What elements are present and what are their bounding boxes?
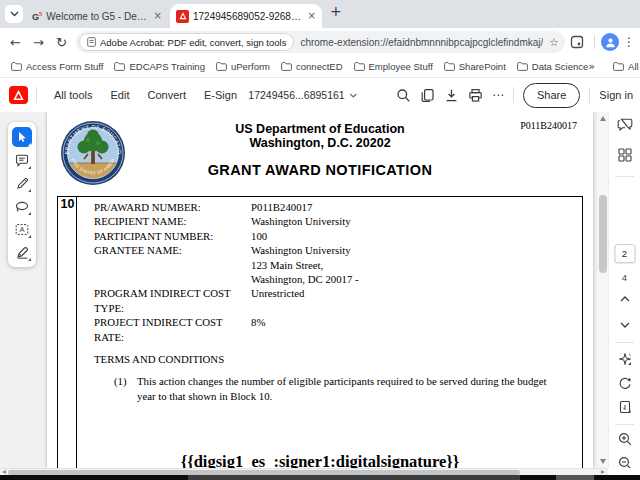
terms-item-number: (1) [114,374,137,403]
horizontal-scrollbar[interactable] [0,468,608,475]
submenu-corner [28,235,31,238]
bookmark-label: EDCAPS Training [129,61,205,72]
chip-label: Adobe Acrobat: PDF edit, convert, sign t… [100,37,286,48]
rail-divider [615,424,634,425]
document-name: 17249456...6895161 [248,89,344,101]
field-label: PROGRAM INDIRECT COST TYPE: [94,286,251,315]
menu-edit[interactable]: Edit [111,89,130,101]
vertical-scrollbar-thumb[interactable] [599,195,607,273]
g5-favicon: G5 [32,11,42,22]
scroll-left-arrow[interactable] [2,470,6,474]
tab-g5-welcome[interactable]: G5 Welcome to G5 - Department o × [26,4,168,28]
folder-icon [517,62,528,71]
bookmark-item[interactable]: SharePoint [444,61,506,72]
reload-button[interactable]: ↻ [50,35,73,50]
zoom-out-button[interactable] [618,456,632,468]
chevron-down-icon [10,11,19,17]
page-thumbnails-button[interactable] [618,148,632,162]
bookmark-label: Access Form Stuff [26,61,103,72]
field-row: PROGRAM INDIRECT COST TYPE:Unrestricted [94,286,574,315]
field-value: Washington, DC 20017 - [251,272,574,286]
bookmark-item[interactable]: EDCAPS Training [114,61,205,72]
all-bookmarks-label: All Bookmarks [628,61,640,72]
field-label: PROJECT INDIRECT COST RATE: [94,315,251,344]
fill-sign-tool-button[interactable] [12,242,32,262]
rotate-page-button[interactable] [618,376,632,390]
download-button[interactable] [444,88,459,103]
bookmark-item[interactable]: Employee Stuff [354,61,433,72]
close-tab-icon[interactable]: × [154,11,162,21]
chrome-tab-bar: G5 Welcome to G5 - Department o × 172494… [0,0,640,28]
chevron-up-icon [620,296,630,302]
acrobat-toolbar: All tools Edit Convert E-Sign 17249456..… [0,78,640,113]
menu-esign[interactable]: E-Sign [204,89,237,101]
rotate-icon [618,376,632,390]
submenu-corner [28,143,31,146]
scroll-right-arrow[interactable] [601,470,605,474]
organize-pages-button[interactable] [420,88,435,103]
forward-button[interactable]: → [27,35,50,50]
tab-pdf-active[interactable]: 1724945689052-926895161.pdf × [170,4,322,28]
field-label: PARTICIPANT NUMBER: [94,229,251,243]
search-button[interactable] [396,88,411,103]
submenu-corner [627,410,630,413]
bookmark-item[interactable]: Access Form Stuff [11,61,103,72]
field-row: PROJECT INDIRECT COST RATE:8% [94,315,574,344]
field-label: GRANTEE NAME: [94,243,251,257]
block-10-box: 10 PR/AWARD NUMBER:P011B240017 RECIPIENT… [57,196,583,468]
submenu-corner [28,212,31,215]
screen: G5 Welcome to G5 - Department o × 172494… [0,0,640,480]
page-display-button[interactable] [618,400,631,414]
field-value: Washington University [251,214,574,228]
submenu-corner [28,166,31,169]
add-text-tool-button[interactable]: A [12,219,32,239]
menu-all-tools[interactable]: All tools [54,89,93,101]
more-tools-button[interactable]: ⋯ [492,88,504,102]
bookmark-label: SharePoint [459,61,506,72]
menu-convert[interactable]: Convert [148,89,187,101]
chevron-down-icon [620,322,630,328]
bookmark-item[interactable]: uPerform [216,61,270,72]
close-tab-icon[interactable]: × [308,11,316,21]
new-tab-button[interactable]: + [330,3,342,19]
extensions-icon [570,35,584,49]
bookmark-item[interactable]: Data Science [517,61,589,72]
back-button[interactable]: ← [4,35,27,50]
address-bar[interactable]: Adobe Acrobat: PDF edit, convert, sign t… [76,31,565,53]
cursor-icon [16,131,28,143]
all-bookmarks-button[interactable]: All Bookmarks [613,61,640,72]
acrobat-toolbar-actions: ⋯ Share Sign in [396,83,640,108]
comment-icon [15,154,29,167]
previous-page-button[interactable] [620,296,630,302]
toolbar-divider [594,35,595,49]
field-label [94,258,251,272]
current-page-input[interactable]: 2 [614,244,635,263]
scroll-up-arrow[interactable] [600,116,606,121]
print-button[interactable] [468,88,483,103]
bookmark-label: connectED [296,61,342,72]
chrome-menu-button[interactable]: ⋮ [621,35,637,49]
bookmark-star-icon[interactable]: ☆ [543,36,565,49]
header-line1: US Department of Education [47,122,593,136]
comment-tool-button[interactable] [12,150,32,170]
draw-tool-button[interactable] [12,196,32,216]
zoom-in-button[interactable] [618,432,632,446]
text-box-icon: A [15,223,29,236]
select-tool-button[interactable] [12,127,32,147]
highlight-tool-button[interactable] [12,173,32,193]
scroll-down-arrow[interactable] [600,459,606,464]
document-name-dropdown[interactable]: 17249456...6895161 [248,89,357,101]
extension-chip[interactable]: Adobe Acrobat: PDF edit, convert, sign t… [79,33,294,51]
ai-assistant-button[interactable] [618,352,632,366]
next-page-button[interactable] [620,322,630,328]
share-button[interactable]: Share [523,83,580,108]
acrobat-logo[interactable] [9,86,28,104]
bookmarks-overflow-button[interactable]: » [588,60,595,73]
bookmark-item[interactable]: connectED [281,61,342,72]
tab-search-button[interactable] [5,5,23,23]
extensions-button[interactable] [570,35,590,49]
profile-avatar[interactable] [601,33,619,51]
grid-icon [618,148,632,162]
comments-panel-button[interactable] [617,118,633,132]
sign-in-button[interactable]: Sign in [599,89,633,101]
